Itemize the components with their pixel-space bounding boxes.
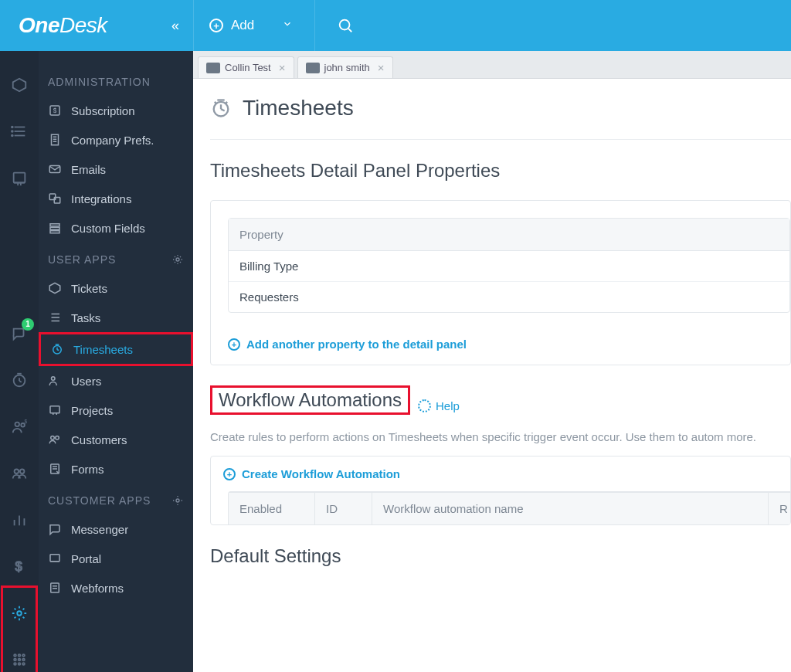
nav-portal[interactable]: Portal — [39, 544, 193, 573]
nav-tickets[interactable]: Tickets — [39, 273, 193, 303]
link-icon — [48, 192, 62, 205]
close-icon[interactable]: × — [279, 61, 286, 74]
svg-rect-65 — [50, 555, 59, 562]
svg-text:$: $ — [15, 559, 22, 573]
rail-timesheets-icon[interactable] — [0, 368, 39, 392]
form-icon — [48, 462, 62, 476]
svg-line-1 — [348, 29, 351, 32]
svg-rect-56 — [50, 406, 59, 413]
rail-customers-icon[interactable] — [0, 461, 39, 486]
webform-icon — [48, 581, 62, 595]
nav-forms[interactable]: Forms — [39, 454, 193, 484]
col-id: ID — [315, 493, 372, 524]
rail-highlight — [1, 585, 38, 672]
default-settings-heading: Default Settings — [210, 545, 341, 567]
svg-point-7 — [12, 135, 13, 137]
svg-point-64 — [176, 499, 179, 502]
nav-integrations[interactable]: Integrations — [39, 184, 193, 213]
help-link[interactable]: Help — [418, 399, 460, 412]
sidebar: ADMINISTRATION $Subscription Company Pre… — [39, 51, 193, 672]
clock-icon — [50, 342, 64, 356]
nav-subscription[interactable]: $Subscription — [39, 96, 193, 125]
customers-icon — [48, 433, 62, 446]
tab-collin-test[interactable]: Collin Test× — [198, 56, 294, 78]
rail-users-icon[interactable]: $ — [0, 414, 39, 439]
collapse-sidebar-button[interactable]: « — [168, 15, 182, 37]
col-name: Workflow automation name — [372, 493, 769, 524]
search-icon — [337, 17, 354, 34]
avatar-icon — [306, 63, 320, 73]
nav-emails[interactable]: Emails — [39, 154, 193, 184]
nav-company-prefs[interactable]: Company Prefs. — [39, 125, 193, 154]
svg-point-20 — [20, 469, 24, 473]
avatar-icon — [206, 63, 220, 73]
property-row[interactable]: Billing Type — [229, 251, 789, 282]
add-button[interactable]: + Add — [193, 0, 315, 51]
main-area: Collin Test× john smith× Timesheets Time… — [193, 51, 791, 672]
nav-customers[interactable]: Customers — [39, 425, 193, 454]
property-column-header: Property — [229, 219, 789, 251]
building-icon — [48, 133, 62, 147]
tab-john-smith[interactable]: john smith× — [297, 56, 393, 78]
page-title: Timesheets — [243, 96, 354, 120]
projects-icon — [48, 403, 62, 417]
add-property-link[interactable]: + Add another property to the detail pan… — [211, 327, 790, 365]
close-icon[interactable]: × — [378, 61, 385, 74]
portal-icon — [48, 552, 62, 565]
plus-circle-icon: + — [223, 468, 236, 480]
rail-tickets-icon[interactable] — [0, 73, 39, 97]
svg-line-75 — [226, 102, 227, 104]
svg-point-17 — [21, 423, 25, 426]
nav-tasks[interactable]: Tasks — [39, 303, 193, 332]
svg-point-47 — [176, 258, 179, 261]
svg-point-59 — [51, 436, 55, 440]
gear-icon[interactable] — [171, 253, 184, 266]
svg-point-0 — [340, 20, 350, 30]
svg-point-5 — [12, 127, 13, 128]
rail-messages-icon[interactable]: 1 — [0, 321, 39, 346]
nav-timesheets[interactable]: Timesheets — [39, 332, 193, 366]
svg-line-74 — [215, 102, 216, 104]
plus-circle-icon: + — [209, 19, 223, 32]
create-workflow-link[interactable]: + Create Workflow Automation — [223, 467, 778, 480]
users-icon — [48, 374, 62, 388]
workflow-description: Create rules to perform actions on Times… — [210, 429, 791, 445]
gear-icon[interactable] — [171, 494, 184, 507]
svg-point-19 — [15, 469, 19, 473]
svg-line-14 — [19, 381, 22, 382]
nav-projects[interactable]: Projects — [39, 395, 193, 425]
svg-rect-45 — [50, 227, 59, 229]
clock-icon — [210, 97, 232, 119]
badge-count: 1 — [22, 318, 34, 331]
ticket-icon — [48, 281, 62, 295]
svg-line-53 — [57, 350, 59, 351]
rail-analytics-icon[interactable] — [0, 507, 39, 532]
tasks-icon — [48, 311, 62, 324]
rail-tasks-icon[interactable] — [0, 119, 39, 144]
svg-rect-46 — [50, 231, 59, 233]
section-user-apps: USER APPS — [39, 243, 193, 273]
top-actions: + Add — [193, 0, 791, 51]
nav-messenger[interactable]: Messenger — [39, 514, 193, 544]
nav-users[interactable]: Users — [39, 366, 193, 395]
section-administration: ADMINISTRATION — [39, 65, 193, 96]
page-header: Timesheets — [210, 96, 791, 140]
property-row[interactable]: Requesters — [229, 282, 789, 312]
col-enabled: Enabled — [229, 493, 315, 524]
search-button[interactable] — [315, 0, 375, 51]
icon-rail: 1 $ $ — [0, 51, 39, 672]
fields-icon — [48, 221, 62, 235]
svg-text:$: $ — [53, 107, 57, 114]
nav-webforms[interactable]: Webforms — [39, 573, 193, 602]
detail-panel-heading: Timesheets Detail Panel Properties — [210, 160, 500, 182]
logo-area: OneDesk « — [0, 0, 193, 51]
top-bar: OneDesk « + Add — [0, 0, 791, 51]
workflow-automations-heading: Workflow Automations — [210, 385, 410, 415]
svg-text:$: $ — [24, 419, 27, 424]
spinner-icon — [418, 399, 431, 412]
svg-point-16 — [15, 422, 20, 426]
nav-custom-fields[interactable]: Custom Fields — [39, 213, 193, 243]
rail-projects-icon[interactable] — [0, 166, 39, 191]
col-r: R — [769, 493, 790, 524]
rail-finance-icon[interactable]: $ — [0, 554, 39, 579]
